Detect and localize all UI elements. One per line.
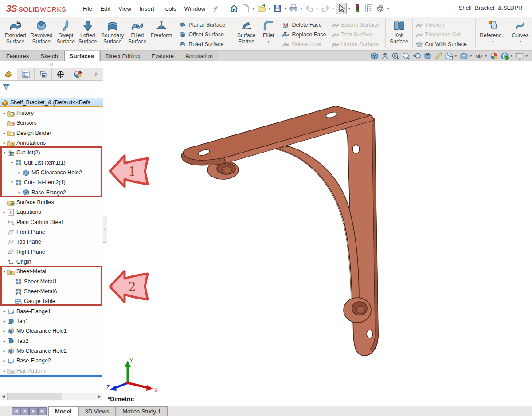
tree-item-top-plane[interactable]: Top Plane xyxy=(0,237,103,247)
expander-collapsed-icon[interactable]: ▸ xyxy=(2,210,7,214)
panel-drag-handle[interactable] xyxy=(0,61,103,68)
dropdown-arrow-icon[interactable]: ▾ xyxy=(511,54,512,58)
menu-view[interactable]: View xyxy=(114,4,135,14)
view-settings-button[interactable]: ▾ xyxy=(516,52,528,60)
scroll-left-arrow[interactable]: ◀ xyxy=(0,394,6,399)
normal-to-button[interactable] xyxy=(381,52,389,60)
panel-tab-dimxpertmanager[interactable] xyxy=(52,68,69,80)
dropdown-arrow-icon[interactable]: ▾ xyxy=(269,7,270,11)
print-button[interactable] xyxy=(288,3,299,14)
dropdown-arrow-icon[interactable]: ▾ xyxy=(455,54,457,58)
expander-collapsed-icon[interactable]: ▸ xyxy=(2,358,7,363)
tree-item-m5-clearance-hole2[interactable]: ▸M5 Clearance Hole2 xyxy=(0,346,103,356)
thicken-button[interactable]: Thicken xyxy=(414,20,474,30)
new-document-button[interactable] xyxy=(240,3,251,14)
zoom-to-fit-button[interactable] xyxy=(391,52,400,60)
dropdown-arrow-icon[interactable]: ▾ xyxy=(268,39,270,43)
expander-collapsed-icon[interactable]: ▸ xyxy=(2,309,7,314)
save-button[interactable] xyxy=(272,3,283,14)
menu-window[interactable]: Window xyxy=(180,4,210,14)
panel-tab-featuremanager[interactable] xyxy=(0,68,17,80)
expander-collapsed-icon[interactable]: ▸ xyxy=(2,131,7,135)
tab-annotation[interactable]: Annotation xyxy=(180,51,218,61)
dropdown-arrow-icon[interactable]: ▾ xyxy=(348,7,350,11)
panel-tab-configurationmanager[interactable]: B xyxy=(35,68,52,80)
panel-tab-displaymanager[interactable] xyxy=(69,68,86,80)
expander-collapsed-icon[interactable]: ▸ xyxy=(2,369,7,373)
filter-input[interactable] xyxy=(12,82,103,92)
offset-surface-button[interactable]: Offset Surface xyxy=(177,30,233,39)
dropdown-arrow-icon[interactable]: ▾ xyxy=(285,7,286,11)
filled-surface-button[interactable]: FilledSurface xyxy=(126,17,148,50)
previous-view-button[interactable] xyxy=(413,52,421,60)
open-button[interactable] xyxy=(256,3,267,14)
ruled-surface-button[interactable]: Ruled Surface xyxy=(177,39,233,49)
tab-features[interactable]: Features xyxy=(1,51,34,61)
revolved-surface-button[interactable]: RevolvedSurface xyxy=(28,17,55,50)
tree-item-m5-clearance-hole1[interactable]: ▸M5 Clearance Hole1 xyxy=(0,326,103,336)
freeform-button[interactable]: Freeform xyxy=(148,17,174,50)
expander-collapsed-icon[interactable]: ▸ xyxy=(2,349,7,353)
tree-item-plain-carbon-steel[interactable]: Plain Carbon Steel xyxy=(0,217,103,227)
view-orientation-button[interactable]: ▾ xyxy=(445,52,458,60)
select-button[interactable] xyxy=(336,3,347,14)
settings-gear-button[interactable] xyxy=(375,3,386,14)
section-view-button[interactable] xyxy=(423,52,432,60)
expander-collapsed-icon[interactable]: ▸ xyxy=(2,339,7,343)
delete-face-button[interactable]: Delete Face xyxy=(281,20,327,30)
menu-insert[interactable]: Insert xyxy=(135,4,158,14)
menu-tools[interactable]: Tools xyxy=(158,4,180,14)
doc-tab-model[interactable]: Model xyxy=(48,406,78,416)
curves-button[interactable]: Curves▾ xyxy=(509,17,532,50)
panel-tab-propertymanager[interactable] xyxy=(17,68,35,80)
undo-button[interactable] xyxy=(304,3,315,14)
referenc-button[interactable]: Referenc...▾ xyxy=(477,17,509,50)
expander-collapsed-icon[interactable]: ▸ xyxy=(2,141,7,145)
view-cube-button[interactable] xyxy=(370,52,379,60)
dropdown-arrow-icon[interactable]: ▾ xyxy=(470,54,472,58)
dropdown-arrow-icon[interactable]: ▾ xyxy=(253,7,254,11)
tree-item-base-flange2[interactable]: ▸Base-Flange2 xyxy=(0,356,103,366)
apply-scene-button[interactable]: ▾ xyxy=(501,52,513,60)
tab-sketch[interactable]: Sketch xyxy=(35,51,63,61)
replace-face-button[interactable]: Replace Face xyxy=(281,30,327,39)
tree-item-design-binder[interactable]: ▸Design Binder xyxy=(0,128,103,138)
expander-collapsed-icon[interactable]: ▸ xyxy=(2,319,7,323)
zoom-to-area-button[interactable] xyxy=(402,52,411,60)
first-tab-button[interactable]: |◀ xyxy=(12,407,20,415)
tree-item-history[interactable]: ▸History xyxy=(0,108,103,118)
surface-flatten-button[interactable]: SurfaceFlatten xyxy=(233,17,259,50)
display-style-button[interactable]: ▾ xyxy=(460,52,473,60)
last-tab-button[interactable]: ▶| xyxy=(38,407,47,415)
expander-collapsed-icon[interactable]: ▸ xyxy=(2,329,7,333)
tab-evaluate[interactable]: Evaluate xyxy=(146,51,179,61)
dropdown-arrow-icon[interactable]: ▾ xyxy=(332,7,334,11)
boundary-surface-button[interactable]: BoundarySurface xyxy=(98,17,126,50)
dropdown-arrow-icon[interactable]: ▾ xyxy=(492,39,494,43)
planar-surface-button[interactable]: Planar Surface xyxy=(177,20,233,30)
swept-surface-button[interactable]: SweptSurface xyxy=(55,17,77,50)
panel-horizontal-scrollbar[interactable]: ◀ ▶ xyxy=(0,393,102,400)
tree-item-tab1[interactable]: ▸Tab1 xyxy=(0,316,103,326)
fillet-button[interactable]: Fillet▾ xyxy=(259,17,278,50)
knit-surface-button[interactable]: KnitSurface xyxy=(387,17,411,50)
menu-file[interactable]: File xyxy=(78,4,96,14)
hide-show-items-button[interactable]: ▾ xyxy=(475,52,488,60)
tree-item-sensors[interactable]: Sensors xyxy=(0,118,103,128)
dropdown-arrow-icon[interactable]: ▾ xyxy=(317,7,318,11)
dropdown-arrow-icon[interactable]: ▾ xyxy=(485,54,487,58)
tree-item-flat-pattern[interactable]: ▸Flat-Pattern xyxy=(0,366,103,376)
tree-root-item-selected[interactable]: Shelf_Bracket_& (Default<<Defa xyxy=(0,98,103,107)
dropdown-arrow-icon[interactable]: ▾ xyxy=(519,39,521,43)
redo-button[interactable] xyxy=(320,3,331,14)
tree-item-right-plane[interactable]: Right Plane xyxy=(0,247,103,257)
tree-item-tab2[interactable]: ▸Tab2 xyxy=(0,336,103,346)
pin-icon[interactable] xyxy=(212,5,219,12)
tree-item-front-plane[interactable]: Front Plane xyxy=(0,227,103,237)
home-button[interactable] xyxy=(229,3,239,14)
rollback-bar[interactable] xyxy=(0,375,102,377)
scrollbar-thumb[interactable] xyxy=(7,393,62,400)
thickened-cut-button[interactable]: Thickened Cut xyxy=(414,30,474,39)
scroll-right-arrow[interactable]: ▶ xyxy=(96,394,102,399)
tree-item-origin[interactable]: Origin xyxy=(0,257,103,267)
